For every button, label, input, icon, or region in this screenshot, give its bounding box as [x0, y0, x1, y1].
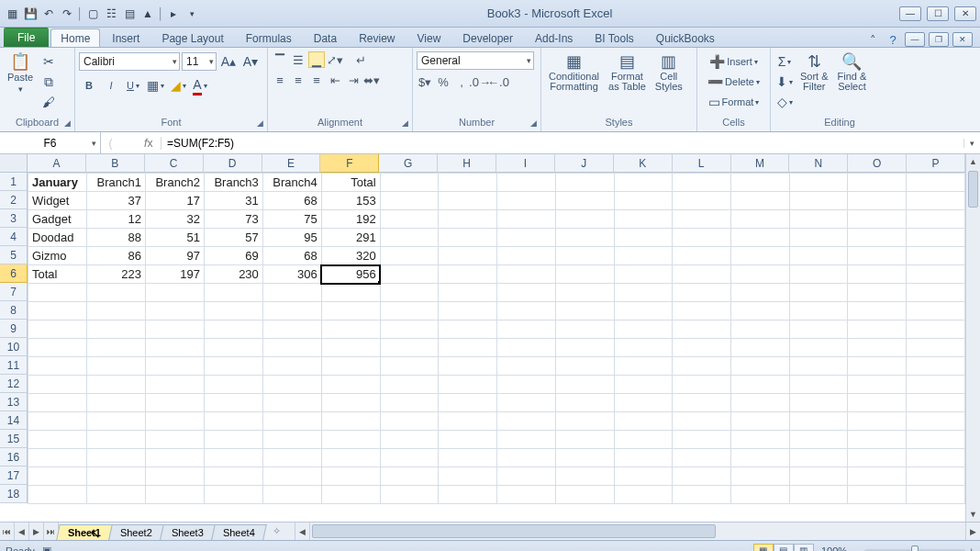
number-format-combo[interactable]: General: [417, 51, 534, 70]
cell-N5[interactable]: [789, 247, 848, 265]
cell-G14[interactable]: [380, 412, 439, 431]
tab-bitools[interactable]: BI Tools: [585, 28, 643, 47]
cell-A10[interactable]: [28, 339, 87, 357]
cell-A6[interactable]: Total: [28, 265, 87, 284]
cell-J5[interactable]: [555, 247, 614, 265]
cell-E15[interactable]: [262, 431, 321, 449]
col-header-K[interactable]: K: [614, 154, 673, 173]
cell-B15[interactable]: [86, 431, 145, 449]
tab-addins[interactable]: Add-Ins: [525, 28, 583, 47]
cell-I14[interactable]: [497, 412, 556, 431]
cell-B14[interactable]: [86, 412, 145, 431]
cell-O2[interactable]: [848, 192, 907, 210]
cell-B11[interactable]: [86, 357, 145, 376]
col-header-F[interactable]: F: [320, 154, 379, 173]
cell-L6[interactable]: [673, 265, 731, 284]
cell-F15[interactable]: [321, 431, 380, 449]
cell-K9[interactable]: [614, 320, 673, 339]
cell-O3[interactable]: [848, 210, 907, 229]
cell-G17[interactable]: [380, 467, 439, 486]
cell-G11[interactable]: [380, 357, 439, 376]
cell-G9[interactable]: [380, 320, 439, 339]
cell-G7[interactable]: [380, 284, 439, 302]
cell-A12[interactable]: [28, 376, 87, 394]
cut-button[interactable]: ✂: [39, 51, 59, 72]
cell-E9[interactable]: [262, 320, 321, 339]
cell-F12[interactable]: [321, 376, 380, 394]
doc-close-button[interactable]: ✕: [952, 32, 973, 47]
cell-G2[interactable]: [380, 192, 439, 210]
font-dialog-icon[interactable]: ◢: [257, 118, 263, 128]
cell-B16[interactable]: [86, 449, 145, 467]
cell-J15[interactable]: [555, 431, 614, 449]
cell-A7[interactable]: [28, 284, 87, 302]
cell-E1[interactable]: Branch4: [262, 174, 321, 192]
cell-A18[interactable]: [28, 486, 87, 504]
cell-L3[interactable]: [673, 210, 731, 229]
cancel-formula-icon[interactable]: (: [109, 137, 113, 150]
cell-G10[interactable]: [380, 339, 439, 357]
sheet-tab-sheet2[interactable]: Sheet2: [108, 524, 163, 540]
cell-D13[interactable]: [204, 394, 262, 412]
cell-F13[interactable]: [321, 394, 380, 412]
cell-P11[interactable]: [907, 357, 965, 376]
cell-O8[interactable]: [848, 302, 907, 320]
cell-O13[interactable]: [848, 394, 907, 412]
cell-L11[interactable]: [673, 357, 731, 376]
row-header-7[interactable]: 7: [0, 283, 28, 301]
cell-I4[interactable]: [497, 229, 556, 247]
cell-C18[interactable]: [145, 486, 204, 504]
cell-C17[interactable]: [145, 467, 204, 486]
cell-K16[interactable]: [614, 449, 673, 467]
align-bottom-button[interactable]: ▁: [308, 51, 325, 68]
macro-icon[interactable]: ▸: [165, 6, 182, 22]
cell-M6[interactable]: [730, 265, 789, 284]
cell-C13[interactable]: [145, 394, 204, 412]
col-header-I[interactable]: I: [496, 154, 555, 173]
cell-C10[interactable]: [145, 339, 204, 357]
cell-M9[interactable]: [730, 320, 789, 339]
cell-E6[interactable]: 306: [262, 265, 321, 284]
chart-icon[interactable]: ▲: [139, 6, 156, 22]
row-header-6[interactable]: 6: [0, 264, 28, 283]
cell-B1[interactable]: Branch1: [86, 174, 145, 192]
cell-J17[interactable]: [555, 467, 614, 486]
zoom-out-button[interactable]: −: [854, 545, 860, 552]
cell-E10[interactable]: [262, 339, 321, 357]
col-header-D[interactable]: D: [204, 154, 262, 173]
cell-J1[interactable]: [555, 174, 614, 192]
cell-O1[interactable]: [848, 174, 907, 192]
cell-M4[interactable]: [730, 229, 789, 247]
cell-C14[interactable]: [145, 412, 204, 431]
row-header-9[interactable]: 9: [0, 320, 28, 338]
cell-J10[interactable]: [555, 339, 614, 357]
tab-quickbooks[interactable]: QuickBooks: [646, 28, 725, 47]
row-header-16[interactable]: 16: [0, 448, 28, 467]
increase-indent-button[interactable]: ⇥: [345, 72, 362, 88]
maximize-button[interactable]: ☐: [927, 6, 949, 21]
doc-restore-button[interactable]: ❐: [929, 32, 949, 47]
cell-K14[interactable]: [614, 412, 673, 431]
page-break-view-button[interactable]: ▥: [794, 544, 814, 552]
cell-P6[interactable]: [907, 265, 965, 284]
new-sheet-button[interactable]: ✧: [265, 523, 289, 540]
cell-O11[interactable]: [848, 357, 907, 376]
macro-record-icon[interactable]: ▣: [42, 545, 51, 551]
cell-L9[interactable]: [673, 320, 731, 339]
worksheet-grid[interactable]: ABCDEFGHIJKLMNOP 12345678910111213141516…: [0, 154, 980, 522]
cell-L16[interactable]: [673, 449, 731, 467]
decrease-decimal-button[interactable]: ←.0: [490, 73, 507, 90]
cell-D16[interactable]: [204, 449, 262, 467]
page-layout-view-button[interactable]: ▤: [774, 544, 794, 552]
col-header-L[interactable]: L: [673, 154, 731, 173]
cell-H2[interactable]: [439, 192, 497, 210]
sheet-tabs[interactable]: Sheet1Sheet2Sheet3Sheet4: [59, 523, 265, 540]
col-header-N[interactable]: N: [789, 154, 848, 173]
cell-M18[interactable]: [730, 486, 789, 504]
col-header-E[interactable]: E: [262, 154, 321, 173]
cell-M12[interactable]: [730, 376, 789, 394]
cell-M2[interactable]: [730, 192, 789, 210]
cell-O9[interactable]: [848, 320, 907, 339]
cell-E3[interactable]: 75: [262, 210, 321, 229]
cell-G18[interactable]: [380, 486, 439, 504]
